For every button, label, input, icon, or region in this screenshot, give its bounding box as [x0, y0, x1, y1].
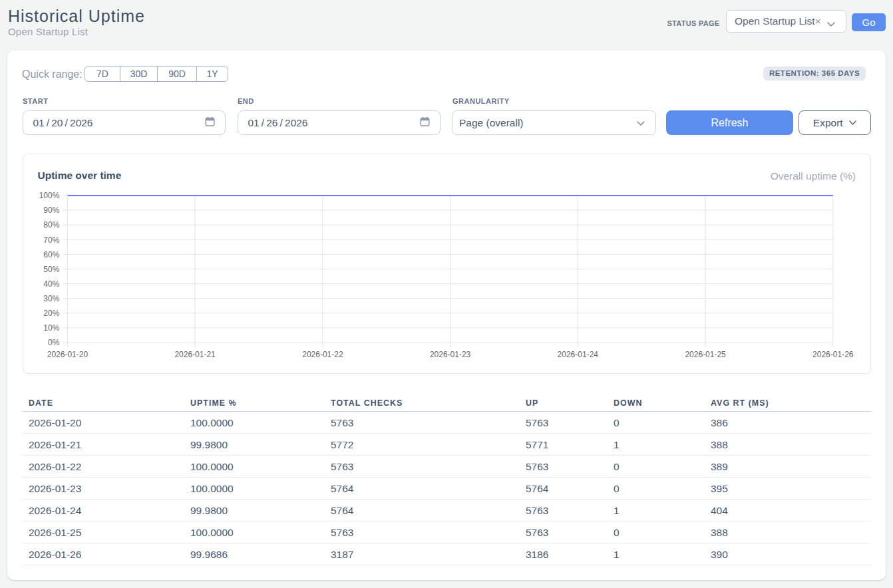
- svg-text:2026-01-25: 2026-01-25: [685, 350, 726, 359]
- svg-text:40%: 40%: [43, 279, 59, 289]
- svg-text:2026-01-22: 2026-01-22: [302, 350, 343, 359]
- svg-text:2026-01-20: 2026-01-20: [47, 350, 89, 359]
- svg-text:2026-01-24: 2026-01-24: [558, 350, 599, 359]
- svg-text:10%: 10%: [43, 323, 59, 333]
- svg-text:2026-01-23: 2026-01-23: [430, 350, 471, 359]
- svg-text:20%: 20%: [43, 309, 59, 318]
- svg-text:80%: 80%: [43, 220, 59, 229]
- svg-text:2026-01-26: 2026-01-26: [812, 350, 854, 359]
- svg-text:2026-01-21: 2026-01-21: [174, 350, 216, 359]
- svg-text:0%: 0%: [48, 338, 60, 347]
- svg-text:100%: 100%: [39, 191, 60, 200]
- svg-text:90%: 90%: [43, 206, 59, 215]
- svg-text:60%: 60%: [43, 250, 59, 259]
- svg-text:30%: 30%: [43, 294, 59, 303]
- svg-text:70%: 70%: [43, 235, 59, 245]
- svg-text:50%: 50%: [43, 265, 59, 274]
